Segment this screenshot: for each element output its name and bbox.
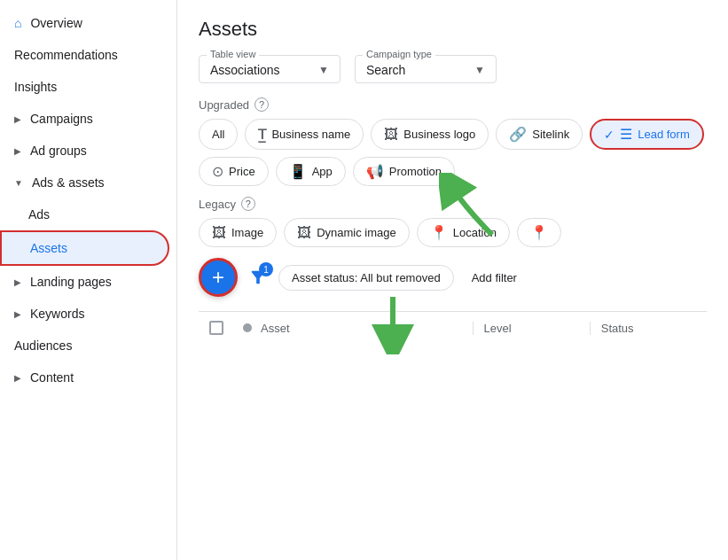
chevron-right-icon: ▶ <box>14 114 21 124</box>
sidebar-item-label: Ad groups <box>30 144 87 158</box>
chevron-right-icon: ▶ <box>14 146 21 156</box>
dropdowns-row: Table view Associations ▼ Campaign type … <box>199 55 707 83</box>
chip-label: Business name <box>271 128 350 141</box>
sidebar-item-landing-pages[interactable]: ▶ Landing pages <box>0 266 169 298</box>
megaphone-icon: 📢 <box>366 163 384 180</box>
chip-label: Promotion <box>389 165 442 178</box>
table-col-dot <box>234 323 261 332</box>
chip-label: Lead form <box>638 128 690 141</box>
sidebar-item-label: Assets <box>30 241 67 255</box>
text-icon: T̲ <box>258 127 266 143</box>
campaign-type-value[interactable]: Search ▼ <box>366 59 485 77</box>
chip-label: All <box>212 128 224 141</box>
table-col-status-header: Status <box>590 322 707 335</box>
main-content: Assets Table view Associations ▼ Campaig… <box>177 0 728 362</box>
phone-icon: 📱 <box>289 163 307 180</box>
add-filter-button[interactable]: Add filter <box>465 266 524 290</box>
chevron-right-icon: ▶ <box>14 277 21 287</box>
table-view-dropdown[interactable]: Table view Associations ▼ <box>199 55 341 83</box>
campaign-type-dropdown[interactable]: Campaign type Search ▼ <box>355 55 497 83</box>
help-icon[interactable]: ? <box>254 97 269 112</box>
plus-icon: + <box>212 267 224 288</box>
chip-label: Image <box>231 226 263 239</box>
link-icon: 🔗 <box>509 126 527 143</box>
sidebar-item-label: Content <box>30 370 74 385</box>
page-title: Assets <box>199 18 707 41</box>
add-button[interactable]: + <box>199 258 238 297</box>
chip-dynamic-image[interactable]: 🖼 Dynamic image <box>284 218 410 247</box>
sidebar-item-audiences[interactable]: Audiences <box>0 330 169 362</box>
price-icon: ⊙ <box>212 163 223 180</box>
table-view-value[interactable]: Associations ▼ <box>210 59 329 77</box>
list-icon: ☰ <box>620 126 632 143</box>
table-header: Asset Level Status <box>199 311 707 344</box>
chip-label: Dynamic image <box>317 226 396 239</box>
filter-badge: 1 <box>259 262 273 276</box>
sidebar-item-ads-assets[interactable]: ▼ Ads & assets <box>0 167 169 198</box>
sidebar-item-label: Audiences <box>14 338 72 353</box>
upgraded-chips-row: All T̲ Business name 🖼 Business logo 🔗 S… <box>199 119 707 186</box>
chevron-down-icon: ▼ <box>14 178 23 188</box>
sidebar-item-campaigns[interactable]: ▶ Campaigns <box>0 103 169 135</box>
image-icon: 🖼 <box>212 225 226 241</box>
sidebar-item-keywords[interactable]: ▶ Keywords <box>0 298 169 330</box>
table-col-level-header: Level <box>473 322 590 335</box>
chip-label: Location <box>453 226 497 239</box>
sidebar-item-label: Landing pages <box>30 275 112 289</box>
image-icon: 🖼 <box>384 127 398 143</box>
sidebar-item-ads[interactable]: Ads <box>0 198 169 230</box>
campaign-type-label: Campaign type <box>363 49 435 59</box>
table-col-asset-header: Asset <box>261 322 473 335</box>
sidebar-item-content[interactable]: ▶ Content <box>0 362 169 393</box>
upgraded-section-label: Upgraded ? <box>199 97 707 112</box>
table-view-label: Table view <box>207 49 259 59</box>
location-icon: 📍 <box>430 224 448 241</box>
chip-sitelink[interactable]: 🔗 Sitelink <box>496 119 583 150</box>
chip-business-name[interactable]: T̲ Business name <box>245 119 364 150</box>
sidebar-item-label: Insights <box>14 80 57 94</box>
sidebar-item-label: Ads <box>28 207 50 222</box>
legacy-section-label: Legacy ? <box>199 197 707 211</box>
check-icon: ✓ <box>604 128 614 142</box>
chevron-right-icon: ▶ <box>14 373 21 383</box>
chip-label: Price <box>229 165 255 178</box>
sidebar-item-assets[interactable]: Assets <box>0 230 169 266</box>
chip-promotion[interactable]: 📢 Promotion <box>353 157 455 186</box>
sidebar-item-label: Recommendations <box>14 48 118 62</box>
sidebar-item-label: Keywords <box>30 307 84 321</box>
sidebar-item-overview[interactable]: ⌂ Overview <box>0 7 169 39</box>
chip-app[interactable]: 📱 App <box>276 157 346 186</box>
status-dot-icon <box>243 323 252 332</box>
legacy-chips-row: 🖼 Image 🖼 Dynamic image 📍 Location 📍 <box>199 218 707 247</box>
pin-icon: 📍 <box>530 224 548 241</box>
select-all-checkbox[interactable] <box>209 321 223 335</box>
home-icon: ⌂ <box>14 16 21 30</box>
chip-label: Business logo <box>403 128 475 141</box>
action-row: + 1 Asset status: All but removed Add fi… <box>199 258 707 297</box>
sidebar-item-label: Overview <box>30 16 82 30</box>
dynamic-image-icon: 🖼 <box>297 225 311 241</box>
chip-price[interactable]: ⊙ Price <box>199 157 269 186</box>
chip-image[interactable]: 🖼 Image <box>199 218 277 247</box>
chip-label: Sitelink <box>532 128 569 141</box>
table-col-check[interactable] <box>199 321 234 335</box>
chip-label: App <box>312 165 333 178</box>
main-content-wrapper: Assets Table view Associations ▼ Campaig… <box>177 0 728 560</box>
chevron-right-icon: ▶ <box>14 309 21 319</box>
chip-extra[interactable]: 📍 <box>517 218 561 247</box>
sidebar-item-ad-groups[interactable]: ▶ Ad groups <box>0 135 169 167</box>
chip-lead-form[interactable]: ✓ ☰ Lead form <box>590 119 704 150</box>
chip-location[interactable]: 📍 Location <box>417 218 510 247</box>
sidebar: ⌂ Overview Recommendations Insights ▶ Ca… <box>0 0 177 560</box>
chevron-down-icon: ▼ <box>318 64 329 76</box>
chevron-down-icon: ▼ <box>474 64 485 76</box>
status-filter-button[interactable]: Asset status: All but removed <box>278 265 454 291</box>
sidebar-item-label: Ads & assets <box>32 175 105 190</box>
sidebar-item-insights[interactable]: Insights <box>0 71 169 103</box>
chip-all[interactable]: All <box>199 119 238 150</box>
sidebar-item-label: Campaigns <box>30 112 93 126</box>
help-icon[interactable]: ? <box>241 197 255 211</box>
chip-business-logo[interactable]: 🖼 Business logo <box>371 119 489 150</box>
filter-icon-button[interactable]: 1 <box>248 268 268 287</box>
sidebar-item-recommendations[interactable]: Recommendations <box>0 39 169 71</box>
